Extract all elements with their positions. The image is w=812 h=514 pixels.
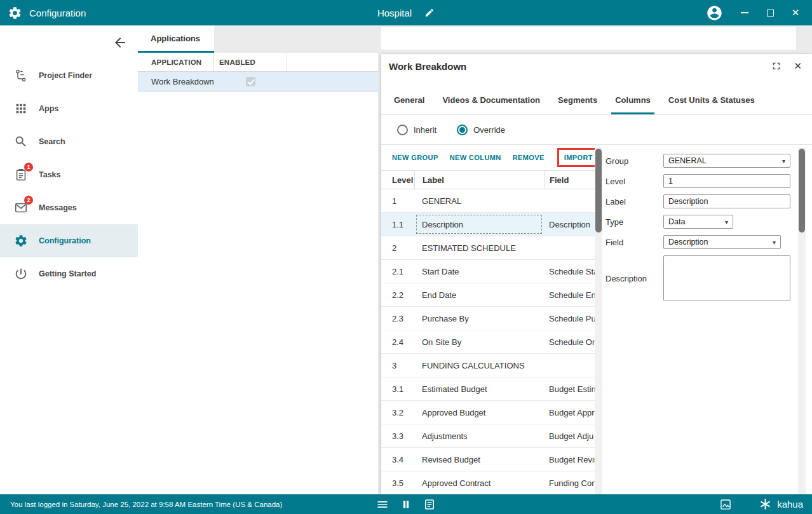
sidebar-item-label: Search bbox=[39, 137, 65, 146]
sidebar-item-apps[interactable]: Apps bbox=[0, 92, 138, 125]
mode-radio[interactable] bbox=[457, 125, 468, 135]
cell-field bbox=[544, 354, 595, 377]
table-row[interactable]: 2 ESTIMATED SCHEDULE bbox=[381, 236, 595, 260]
sidebar-item-label: Apps bbox=[39, 104, 58, 113]
cell-label: Approved Budget bbox=[414, 401, 544, 424]
sidebar-item-search[interactable]: Search bbox=[0, 125, 138, 158]
kahua-logo bbox=[759, 497, 772, 511]
detail-close-icon[interactable]: ✕ bbox=[794, 60, 802, 72]
split-view-icon[interactable] bbox=[400, 498, 412, 511]
close-button[interactable]: ✕ bbox=[783, 0, 808, 25]
cell-label: Adjustments bbox=[414, 424, 544, 447]
sidebar-item-label: Messages bbox=[39, 203, 77, 212]
group-select[interactable]: GENERAL ▾ bbox=[663, 154, 790, 168]
type-select[interactable]: Data ▾ bbox=[663, 215, 733, 229]
table-row[interactable]: 3.1 Estimated Budget Budget Estin bbox=[381, 377, 595, 401]
back-arrow-icon[interactable] bbox=[112, 35, 128, 50]
cell-field: Budget Adju bbox=[544, 424, 595, 447]
sidebar-item-getting-started[interactable]: Getting Started bbox=[0, 257, 138, 290]
mode-radio[interactable] bbox=[397, 125, 408, 135]
cell-level: 2.2 bbox=[381, 283, 414, 306]
description-textarea[interactable] bbox=[663, 255, 790, 301]
new-group-button[interactable]: NEW GROUP bbox=[392, 154, 438, 161]
sidebar-item-messages[interactable]: 2 Messages bbox=[0, 191, 138, 224]
table-row[interactable]: 2.1 Start Date Schedule Sta bbox=[381, 260, 595, 283]
tab-applications[interactable]: Applications bbox=[138, 25, 214, 53]
table-row[interactable]: 2.4 On Site By Schedule On bbox=[381, 330, 595, 354]
remove-button[interactable]: REMOVE bbox=[513, 154, 545, 161]
cell-level: 2 bbox=[381, 236, 414, 259]
sidebar-item-label: Project Finder bbox=[39, 71, 92, 80]
chevron-down-icon: ▾ bbox=[782, 158, 785, 165]
sidebar-item-project-finder[interactable]: Project Finder bbox=[0, 59, 138, 92]
sidebar-header bbox=[0, 25, 138, 59]
tab-videos-documentation[interactable]: Videos & Documentation bbox=[442, 95, 540, 114]
table-scrollbar[interactable] bbox=[595, 147, 602, 494]
topbar: Configuration Hospital ✕ bbox=[0, 0, 812, 25]
tab-applications-label: Applications bbox=[151, 34, 200, 43]
tab-segments[interactable]: Segments bbox=[558, 95, 597, 114]
media-icon[interactable] bbox=[719, 498, 732, 511]
table-row[interactable]: 2.2 End Date Schedule En bbox=[381, 283, 595, 307]
cell-label: On Site By bbox=[414, 330, 544, 353]
application-row-work-breakdown[interactable]: Work Breakdown bbox=[138, 72, 378, 92]
panel-scrollbar[interactable] bbox=[798, 147, 806, 494]
project-finder-icon bbox=[14, 69, 28, 83]
field-select[interactable]: Description ▾ bbox=[663, 235, 781, 249]
table-row[interactable]: 3.3 Adjustments Budget Adju bbox=[381, 424, 595, 448]
column-header-field[interactable]: Field bbox=[544, 171, 595, 189]
column-header-enabled[interactable]: ENABLED bbox=[214, 53, 287, 71]
table-row[interactable]: 3 FUNDING CALCULATIONS bbox=[381, 354, 595, 377]
maximize-icon bbox=[767, 10, 774, 17]
panel-scrollbar-thumb[interactable] bbox=[799, 149, 805, 233]
cell-level: 1.1 bbox=[381, 213, 414, 236]
columns-toolbar: NEW GROUP NEW COLUMN REMOVE IMPORT EXPOR… bbox=[381, 145, 595, 170]
new-column-button[interactable]: NEW COLUMN bbox=[450, 154, 501, 161]
level-input[interactable] bbox=[663, 174, 790, 188]
app-window: Configuration Hospital ✕ P bbox=[0, 0, 812, 514]
cell-level: 3.5 bbox=[381, 471, 414, 494]
column-header-label[interactable]: Label bbox=[414, 171, 544, 189]
label-input[interactable] bbox=[663, 194, 790, 208]
cell-level: 2.3 bbox=[381, 307, 414, 330]
column-header-application[interactable]: APPLICATION bbox=[138, 53, 214, 71]
annotation-highlight-box: IMPORT EXPORT bbox=[557, 148, 595, 167]
detail-title: Work Breakdown bbox=[389, 61, 771, 72]
inherit-option[interactable]: Inherit bbox=[397, 125, 436, 135]
tab-general[interactable]: General bbox=[394, 95, 424, 114]
column-header-level[interactable]: Level bbox=[381, 171, 414, 189]
maximize-button[interactable] bbox=[757, 0, 783, 25]
tab-cost-units-statuses[interactable]: Cost Units & Statuses bbox=[668, 95, 755, 114]
column-edit-form: Group GENERAL ▾ Level Label Type Data ▾ bbox=[606, 154, 790, 308]
table-row[interactable]: 1.1 Description Description bbox=[381, 213, 595, 236]
import-button[interactable]: IMPORT bbox=[564, 154, 593, 161]
minimize-button[interactable] bbox=[732, 0, 757, 25]
table-row[interactable]: 3.5 Approved Contract Funding Con bbox=[381, 471, 595, 494]
project-name: Hospital bbox=[377, 8, 412, 18]
content-toolbar-strip bbox=[381, 27, 796, 50]
enabled-checkbox[interactable] bbox=[246, 77, 255, 86]
edit-project-icon[interactable] bbox=[424, 8, 435, 18]
table-row[interactable]: 3.2 Approved Budget Budget Appr bbox=[381, 401, 595, 424]
table-row[interactable]: 3.4 Revised Budget Budget Revis bbox=[381, 448, 595, 471]
override-option[interactable]: Override bbox=[457, 125, 505, 135]
table-row[interactable]: 2.3 Purchase By Schedule Pu bbox=[381, 307, 595, 330]
table-scrollbar-thumb[interactable] bbox=[595, 149, 602, 233]
expand-icon[interactable] bbox=[771, 60, 782, 72]
sidebar-item-tasks[interactable]: 1 Tasks bbox=[0, 158, 138, 191]
columns-area: NEW GROUP NEW COLUMN REMOVE IMPORT EXPOR… bbox=[381, 145, 595, 494]
sidebar-item-configuration[interactable]: Configuration bbox=[0, 224, 138, 257]
sidebar-item-label: Tasks bbox=[39, 170, 61, 179]
enabled-cell bbox=[214, 77, 287, 86]
cell-field: Schedule Sta bbox=[544, 260, 595, 283]
menu-icon[interactable] bbox=[376, 498, 389, 511]
cell-level: 2.1 bbox=[381, 260, 414, 283]
cell-field: Budget Appr bbox=[544, 401, 595, 424]
search-icon bbox=[14, 135, 28, 149]
document-list-icon[interactable] bbox=[423, 498, 436, 511]
table-row[interactable]: 1 GENERAL bbox=[381, 189, 595, 213]
messages-icon: 2 bbox=[14, 201, 28, 215]
tasks-badge: 1 bbox=[24, 163, 33, 172]
avatar[interactable] bbox=[706, 4, 723, 22]
tab-columns[interactable]: Columns bbox=[615, 95, 651, 114]
